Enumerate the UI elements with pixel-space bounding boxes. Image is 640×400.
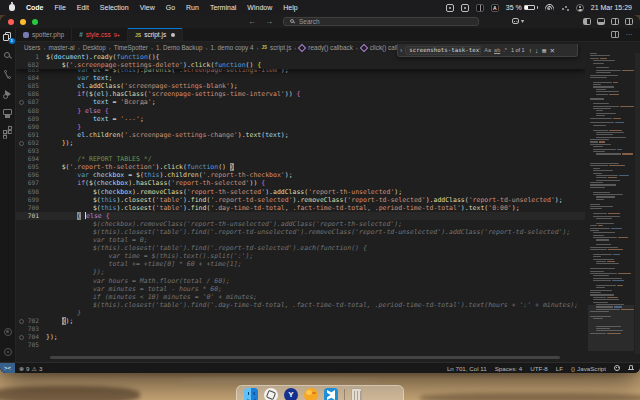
regex-toggle[interactable]: .* <box>503 47 507 53</box>
code-line[interactable]: total += +time[0] * 60 + +time[1]; <box>16 260 585 268</box>
settings-gear-icon[interactable] <box>3 347 13 357</box>
code-line[interactable]: 696var checkbox = $(this).children('.rep… <box>16 171 585 179</box>
code-line[interactable]: 699$(this).closest('table').find('.repor… <box>16 196 585 204</box>
breadcrumb-item[interactable]: Users <box>24 44 40 51</box>
breadcrumb-item[interactable]: Desktop <box>83 44 106 51</box>
input-source-icon[interactable]: A <box>491 4 499 12</box>
sidebar-item-explorer[interactable]: 1 <box>3 32 13 42</box>
code-line[interactable]: $(checkbox).removeClass('report-th-unsel… <box>16 220 585 228</box>
close-window-button[interactable] <box>8 19 14 25</box>
menu-item-view[interactable]: View <box>140 4 155 11</box>
sidebar-item-extensions[interactable] <box>3 127 13 137</box>
tray-app-icon[interactable] <box>461 4 469 12</box>
menu-item-help[interactable]: Help <box>283 4 297 11</box>
match-case-toggle[interactable]: Aa <box>484 47 491 53</box>
dock-cyberduck-icon[interactable] <box>304 388 318 400</box>
find-previous-button[interactable]: ↑ <box>529 45 532 56</box>
code-line[interactable]: 684var text; <box>16 74 585 82</box>
menu-item-run[interactable]: Run <box>186 4 199 11</box>
dock-chatgpt-icon[interactable] <box>264 388 278 400</box>
vertical-scrollbar[interactable] <box>635 53 640 354</box>
split-editor-button[interactable] <box>611 31 619 38</box>
menu-bar-clock[interactable]: 21 Mar 15:29 <box>591 4 632 11</box>
code-line[interactable]: 685el.addClass('screenpage-settings-blan… <box>16 82 585 90</box>
menu-item-window[interactable]: Window <box>247 4 272 11</box>
accounts-icon[interactable] <box>3 328 13 338</box>
app-menu-code[interactable]: Code <box>26 4 44 11</box>
code-line[interactable]: if (minutes < 10) minutes = '0' + minute… <box>16 293 585 301</box>
dock-yandex-icon[interactable]: Y <box>284 388 298 400</box>
language-mode[interactable]: {} JavaScript <box>567 365 610 372</box>
toggle-primary-sidebar-button[interactable] <box>583 18 591 25</box>
horizontal-scrollbar[interactable] <box>50 356 560 359</box>
code-line[interactable]: 691el.children('.screenpage-settings-cha… <box>16 131 585 139</box>
wifi-icon[interactable] <box>545 4 554 11</box>
code-line[interactable]: 695$('.report-th-selection').click(funct… <box>16 163 585 171</box>
code-line[interactable]: } <box>16 309 585 317</box>
tray-app-icon[interactable] <box>446 4 454 12</box>
feedback-smiley-icon[interactable] <box>610 365 624 371</box>
code-line[interactable]: 682$('.screenpage-settings-delete').clic… <box>16 61 585 69</box>
copilot-menu[interactable]: ▾ <box>512 18 524 24</box>
encoding-setting[interactable]: UTF-8 <box>526 365 552 372</box>
find-in-selection-button[interactable]: ≣ <box>541 45 546 56</box>
code-line[interactable]: var minutes = total - hours * 60; <box>16 285 585 293</box>
cursor-position[interactable]: Ln 701, Col 11 <box>443 365 491 372</box>
code-line[interactable]: var total = 0; <box>16 236 585 244</box>
tab-style-css[interactable]: # style.css 9+ <box>72 28 128 41</box>
find-next-button[interactable]: ↓ <box>535 45 538 56</box>
code-line[interactable]: 686if($(el).hasClass('screenpage-setting… <box>16 90 585 98</box>
code-line[interactable]: 698$(checkbox).removeClass('report-th-se… <box>16 188 585 196</box>
editor-more-actions-button[interactable]: ⋯ <box>626 31 634 38</box>
code-line[interactable]: 704}); <box>16 333 585 341</box>
breadcrumb-item[interactable]: 1. demo copy 4 <box>210 44 253 51</box>
breadcrumb-item[interactable]: ready() callback <box>308 44 352 51</box>
minimize-window-button[interactable] <box>20 19 26 25</box>
command-center-search[interactable]: Search <box>283 17 479 26</box>
apple-menu-icon[interactable] <box>9 4 15 11</box>
menu-item-go[interactable]: Go <box>166 4 175 11</box>
toggle-panel-button[interactable] <box>597 18 605 25</box>
toggle-secondary-sidebar-button[interactable] <box>611 18 619 25</box>
sidebar-item-search[interactable] <box>3 51 13 61</box>
code-line[interactable]: 703 <box>16 325 585 333</box>
breadcrumb-item[interactable]: script.js <box>270 44 291 51</box>
dock-trash-icon[interactable] <box>351 388 362 400</box>
find-input[interactable]: screenshots-task-text <box>405 46 481 55</box>
maximize-window-button[interactable] <box>32 19 38 25</box>
code-line[interactable]: 702}); <box>16 317 585 325</box>
sidebar-item-run-debug[interactable] <box>3 89 13 99</box>
eol-setting[interactable]: LF <box>552 365 567 372</box>
code-line[interactable]: $(this).closest('table').find('.report-t… <box>16 244 585 252</box>
breadcrumb-item[interactable]: 1. Demo Backup <box>156 44 203 51</box>
menu-item-selection[interactable]: Selection <box>100 4 129 11</box>
battery-indicator[interactable]: 35 % <box>506 4 538 11</box>
whole-word-toggle[interactable]: ab <box>494 47 500 53</box>
sidebar-item-source-control[interactable] <box>3 70 13 80</box>
stage-manager-icon[interactable] <box>561 4 569 11</box>
user-account-icon[interactable] <box>576 4 584 12</box>
code-line[interactable]: 693 <box>16 147 585 155</box>
code-line[interactable]: 701} else { <box>16 212 585 220</box>
dock-vscode-icon[interactable] <box>324 388 338 400</box>
expand-replace-chevron[interactable]: › <box>400 45 402 56</box>
code-line[interactable]: 690} <box>16 123 585 131</box>
display-tray-icon[interactable] <box>476 4 484 12</box>
dock-finder-icon[interactable] <box>244 388 258 400</box>
remote-indicator[interactable]: >< <box>0 363 15 373</box>
minimap[interactable] <box>588 53 634 354</box>
menu-item-terminal[interactable]: Terminal <box>210 4 236 11</box>
code-line[interactable]: }); <box>16 268 585 276</box>
nav-forward-button[interactable]: → <box>265 15 273 28</box>
code-line[interactable]: $(this).closest('table').find('.day-time… <box>16 301 585 309</box>
code-line[interactable]: 697if($(checkbox).hasClass('report-th-se… <box>16 179 585 187</box>
menu-item-edit[interactable]: Edit <box>77 4 89 11</box>
tab-spotter-php[interactable]: spotter.php <box>16 28 72 41</box>
breadcrumb-item[interactable]: TimeSpotter <box>114 44 148 51</box>
close-find-button[interactable]: ✕ <box>550 45 555 56</box>
code-line[interactable]: 687text = 'Всегда'; <box>16 98 585 106</box>
code-line[interactable]: var time = $(this).text().split(':'); <box>16 252 585 260</box>
nav-back-button[interactable]: ← <box>248 15 256 28</box>
indentation-setting[interactable]: Spaces: 4 <box>491 365 527 372</box>
code-line[interactable]: 700$(this).closest('table').find('.day-t… <box>16 204 585 212</box>
